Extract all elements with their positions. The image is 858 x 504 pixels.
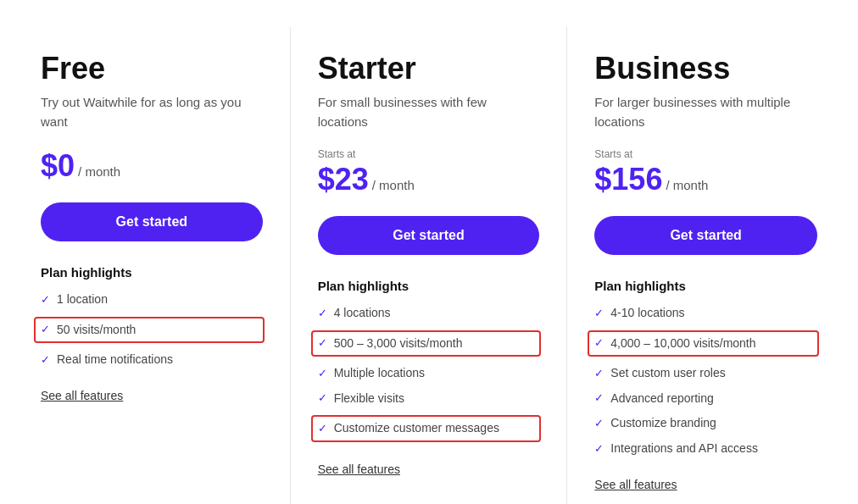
plan-starter-get-started-button[interactable]: Get started: [318, 216, 540, 255]
check-icon: ✓: [41, 352, 50, 368]
plan-business-feature-4: ✓Customize branding: [594, 415, 817, 432]
plan-free: FreeTry out Waitwhile for as long as you…: [14, 27, 291, 504]
check-icon: ✓: [594, 416, 604, 431]
plan-business-price-amount: $156: [594, 162, 662, 197]
plan-business-feature-5: ✓Integrations and API access: [594, 440, 817, 457]
plan-business-feature-text-1: 4,000 – 10,000 visits/month: [610, 335, 812, 352]
plan-business-description: For larger businesses with multiple loca…: [594, 93, 817, 131]
plan-starter-name: Starter: [318, 51, 540, 86]
plan-starter-feature-0: ✓4 locations: [318, 305, 540, 322]
plan-free-name: Free: [41, 51, 263, 86]
plan-free-feature-0: ✓1 location: [41, 291, 263, 308]
plan-business-highlights-title: Plan highlights: [594, 279, 817, 293]
plan-business-feature-text-0: 4-10 locations: [610, 305, 817, 322]
check-icon: ✓: [594, 306, 604, 321]
check-icon: ✓: [318, 390, 327, 406]
plan-business-feature-text-2: Set custom user roles: [610, 365, 817, 382]
plan-free-feature-text-1: 50 visits/month: [57, 322, 258, 339]
plan-business-feature-text-5: Integrations and API access: [610, 440, 817, 457]
check-icon: ✓: [594, 390, 604, 406]
plan-free-feature-text-0: 1 location: [57, 291, 263, 308]
plan-free-feature-2: ✓Real time notifications: [41, 352, 263, 368]
plan-business-feature-3: ✓Advanced reporting: [594, 390, 817, 407]
plan-business-feature-text-4: Customize branding: [610, 415, 817, 432]
check-icon: ✓: [41, 292, 50, 307]
plan-free-highlights-title: Plan highlights: [41, 265, 263, 280]
plan-starter-price-amount: $23: [318, 162, 369, 197]
plan-starter-feature-text-1: 500 – 3,000 visits/month: [334, 335, 535, 352]
plan-starter-feature-text-3: Flexible visits: [334, 390, 540, 407]
plan-free-get-started-button[interactable]: Get started: [41, 202, 263, 241]
check-icon: ✓: [594, 366, 604, 381]
pricing-grid: FreeTry out Waitwhile for as long as you…: [14, 27, 844, 504]
plan-business: BusinessFor larger businesses with multi…: [567, 27, 844, 504]
check-icon: ✓: [594, 335, 604, 351]
check-icon: ✓: [318, 335, 327, 351]
plan-starter-see-all-features[interactable]: See all features: [318, 462, 400, 476]
check-icon: ✓: [318, 421, 327, 436]
plan-starter: StarterFor small businesses with few loc…: [291, 27, 568, 504]
plan-business-feature-list: ✓4-10 locations✓4,000 – 10,000 visits/mo…: [594, 305, 817, 457]
plan-starter-feature-3: ✓Flexible visits: [318, 390, 540, 407]
plan-free-price-amount: $0: [41, 148, 75, 184]
plan-starter-feature-1: ✓500 – 3,000 visits/month: [311, 330, 542, 357]
plan-free-see-all-features[interactable]: See all features: [41, 389, 123, 402]
check-icon: ✓: [318, 306, 327, 321]
check-icon: ✓: [594, 441, 604, 457]
plan-starter-feature-text-4: Customize customer messages: [334, 420, 535, 437]
plan-business-price-period: / month: [666, 178, 708, 192]
plan-free-price-row: $0/ month: [41, 148, 263, 184]
plan-starter-price-period: / month: [372, 178, 415, 192]
plan-starter-feature-text-2: Multiple locations: [334, 365, 540, 382]
plan-free-description: Try out Waitwhile for as long as you wan…: [41, 93, 263, 131]
plan-free-feature-1: ✓50 visits/month: [34, 317, 265, 344]
plan-starter-description: For small businesses with few locations: [318, 93, 540, 131]
plan-starter-price-row: $23/ month: [318, 162, 540, 197]
plan-business-feature-0: ✓4-10 locations: [594, 305, 817, 322]
check-icon: ✓: [41, 322, 50, 337]
plan-business-see-all-features[interactable]: See all features: [594, 478, 677, 491]
plan-starter-starts-at: Starts at: [318, 148, 540, 160]
plan-business-price-row: $156/ month: [594, 162, 817, 197]
plan-starter-feature-text-0: 4 locations: [334, 305, 540, 322]
plan-starter-highlights-title: Plan highlights: [318, 279, 540, 293]
plan-starter-feature-2: ✓Multiple locations: [318, 365, 540, 382]
plan-business-get-started-button[interactable]: Get started: [594, 216, 817, 255]
plan-business-starts-at: Starts at: [594, 148, 817, 160]
plan-business-name: Business: [594, 51, 817, 86]
plan-starter-feature-list: ✓4 locations✓500 – 3,000 visits/month✓Mu…: [318, 305, 540, 442]
plan-business-feature-text-3: Advanced reporting: [610, 390, 817, 407]
check-icon: ✓: [318, 366, 327, 381]
plan-business-feature-1: ✓4,000 – 10,000 visits/month: [588, 330, 819, 357]
plan-free-price-period: / month: [78, 164, 120, 179]
plan-free-feature-text-2: Real time notifications: [57, 352, 263, 368]
plan-free-feature-list: ✓1 location✓50 visits/month✓Real time no…: [41, 291, 263, 368]
plan-business-feature-2: ✓Set custom user roles: [594, 365, 817, 382]
plan-starter-feature-4: ✓Customize customer messages: [311, 415, 542, 442]
